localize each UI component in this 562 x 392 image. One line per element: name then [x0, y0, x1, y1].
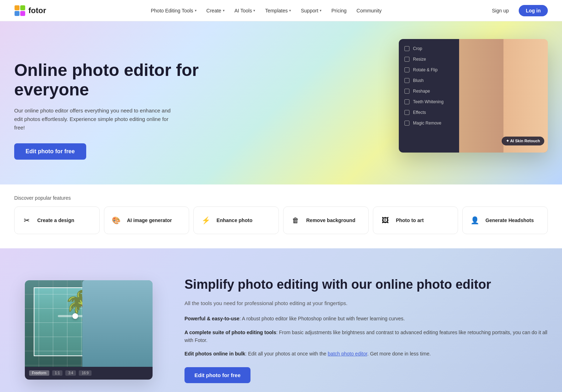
- feature-card-2[interactable]: ⚡Enhance photo: [193, 206, 279, 234]
- section2-point-1: Powerful & easy-to-use: A robust photo e…: [184, 315, 548, 322]
- hero-description: Our online photo editor offers everythin…: [14, 106, 177, 132]
- nav-actions: Sign up Log in: [486, 5, 548, 16]
- section2-title: Simplify photo editing with our online p…: [184, 277, 548, 292]
- logo-text: fotor: [28, 6, 46, 15]
- features-section: Discover popular features ✂Create a desi…: [0, 184, 562, 248]
- svg-rect-0: [15, 5, 20, 10]
- hero-cta-button[interactable]: Edit photo for free: [14, 143, 86, 160]
- tool-label: Rotate & Flip: [413, 67, 437, 72]
- feature-card-0[interactable]: ✂Create a design: [14, 206, 100, 234]
- nav-link-templates[interactable]: Templates▾: [261, 6, 295, 16]
- ai-badge: ✦ AI Skin Retouch: [502, 137, 544, 145]
- chevron-down-icon: ▾: [289, 9, 291, 12]
- tool-icon: [404, 121, 409, 126]
- features-grid: ✂Create a design🎨AI image generator⚡Enha…: [14, 206, 548, 234]
- slider-thumb[interactable]: [72, 313, 78, 319]
- ratio-button-3:4[interactable]: 3:4: [65, 370, 76, 376]
- editor-tool-blush[interactable]: Blush: [399, 75, 459, 86]
- tool-label: Resize: [413, 57, 426, 62]
- login-button[interactable]: Log in: [519, 5, 548, 16]
- face-after: [503, 39, 548, 153]
- feature-card-3[interactable]: 🗑Remove background: [283, 206, 369, 234]
- tool-icon: [404, 46, 409, 51]
- editor-photo-area: ✦ AI Skin Retouch: [459, 39, 548, 153]
- nav-link-pricing[interactable]: Pricing: [327, 6, 351, 16]
- ratio-button-1:1[interactable]: 1:1: [52, 370, 63, 376]
- features-label: Discover popular features: [14, 195, 548, 201]
- hero-content: Online photo editor for everyone Our onl…: [14, 60, 206, 160]
- point3-text: : Edit all your photos at once with the: [245, 351, 328, 357]
- chevron-down-icon: ▾: [320, 9, 321, 12]
- section2-content: Simplify photo editing with our online p…: [184, 277, 548, 383]
- editor-tool-crop[interactable]: Crop: [399, 43, 459, 54]
- hero-title: Online photo editor for everyone: [14, 60, 206, 99]
- point1-bold: Powerful & easy-to-use: [184, 316, 239, 321]
- editor-mockup2: 🌴 Freeform1:13:416:9: [25, 280, 153, 380]
- feature-card-4[interactable]: 🖼Photo to art: [373, 206, 458, 234]
- tool-label: Teeth Whitening: [413, 99, 443, 104]
- editor-tool-teeth-whitening[interactable]: Teeth Whitening: [399, 96, 459, 107]
- signup-button[interactable]: Sign up: [486, 5, 514, 16]
- mockup2-photo: 🌴: [25, 280, 153, 367]
- tool-icon: [404, 99, 409, 104]
- editor-tool-reshape[interactable]: Reshape: [399, 86, 459, 96]
- section2: 🌴 Freeform1:13:416:9 Simplify photo edit…: [0, 248, 562, 392]
- ratio-button-16:9[interactable]: 16:9: [79, 370, 91, 376]
- editor-tool-effects[interactable]: Effects: [399, 107, 459, 118]
- point2-bold: A complete suite of photo editing tools: [184, 330, 276, 335]
- batch-photo-editor-link[interactable]: batch photo editor: [328, 351, 367, 357]
- feature-label-2: Enhance photo: [216, 217, 252, 223]
- section2-point-2: A complete suite of photo editing tools:…: [184, 328, 548, 344]
- tool-icon: [404, 89, 409, 94]
- tool-icon: [404, 78, 409, 83]
- chevron-down-icon: ▾: [195, 9, 197, 12]
- feature-label-3: Remove background: [306, 217, 355, 223]
- tool-label: Reshape: [413, 89, 430, 94]
- face-background: [459, 39, 548, 153]
- feature-icon-4: 🖼: [379, 214, 392, 227]
- feature-icon-0: ✂: [20, 214, 33, 227]
- chevron-down-icon: ▾: [253, 9, 255, 12]
- feature-label-0: Create a design: [37, 217, 74, 223]
- editor-tool-magic-remove[interactable]: Magic Remove: [399, 118, 459, 128]
- person-overlay: [82, 280, 153, 367]
- editor-tool-resize[interactable]: Resize: [399, 54, 459, 65]
- tool-icon: [404, 57, 409, 62]
- section2-intro: All the tools you need for professional …: [184, 299, 548, 308]
- nav-link-ai-tools[interactable]: AI Tools▾: [230, 6, 260, 16]
- hero-editor-mockup: CropResizeRotate & FlipBlushReshapeTeeth…: [399, 39, 548, 153]
- tool-label: Crop: [413, 46, 422, 51]
- nav-link-community[interactable]: Community: [352, 6, 386, 16]
- feature-label-4: Photo to art: [396, 217, 424, 223]
- section2-visual: 🌴 Freeform1:13:416:9: [14, 280, 163, 380]
- nav-link-support[interactable]: Support▾: [297, 6, 326, 16]
- section2-point-3: Edit photos online in bulk: Edit all you…: [184, 350, 548, 358]
- feature-icon-5: 👤: [468, 214, 481, 227]
- feature-icon-1: 🎨: [110, 214, 123, 227]
- logo-icon: [14, 5, 26, 16]
- nav-link-create[interactable]: Create▾: [202, 6, 229, 16]
- hero-section: Online photo editor for everyone Our onl…: [0, 21, 562, 184]
- tool-label: Magic Remove: [413, 121, 441, 126]
- tool-icon: [404, 67, 409, 72]
- ratio-button-Freeform[interactable]: Freeform: [29, 370, 49, 376]
- feature-label-1: AI image generator: [127, 217, 172, 223]
- nav-link-photo-editing-tools[interactable]: Photo Editing Tools▾: [147, 6, 201, 16]
- point1-text: : A robust photo editor like Photoshop o…: [239, 316, 405, 321]
- feature-card-1[interactable]: 🎨AI image generator: [104, 206, 189, 234]
- navbar: fotor Photo Editing Tools▾Create▾AI Tool…: [0, 0, 562, 21]
- point3-text-after: . Get more done in less time.: [367, 351, 431, 357]
- mockup2-toolbar: Freeform1:13:416:9: [25, 367, 153, 380]
- feature-icon-2: ⚡: [199, 214, 212, 227]
- feature-icon-3: 🗑: [289, 214, 302, 227]
- logo[interactable]: fotor: [14, 5, 46, 16]
- tool-icon: [404, 110, 409, 115]
- tool-label: Blush: [413, 78, 424, 83]
- editor-sidebar: CropResizeRotate & FlipBlushReshapeTeeth…: [399, 39, 459, 153]
- point3-bold: Edit photos online in bulk: [184, 351, 245, 357]
- editor-tool-rotate-&-flip[interactable]: Rotate & Flip: [399, 65, 459, 75]
- chevron-down-icon: ▾: [223, 9, 225, 12]
- section2-cta-button[interactable]: Edit photo for free: [184, 367, 250, 383]
- feature-card-5[interactable]: 👤Generate Headshots: [462, 206, 548, 234]
- nav-links: Photo Editing Tools▾Create▾AI Tools▾Temp…: [147, 6, 386, 16]
